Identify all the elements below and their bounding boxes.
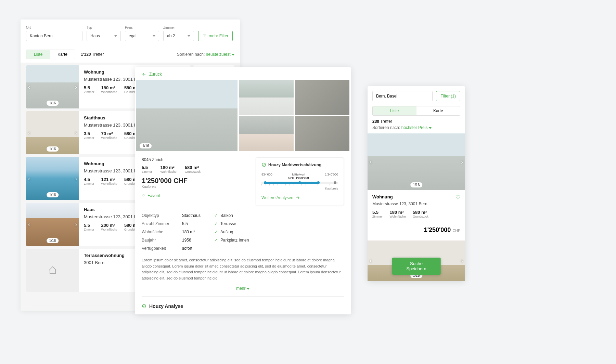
gallery-thumb[interactable] — [295, 116, 350, 151]
home-icon — [48, 265, 57, 275]
chevron-down-icon — [247, 288, 249, 290]
sort-control[interactable]: Sortieren nach: höchster Preis — [368, 125, 465, 133]
detail-price-sub: Kaufpreis — [142, 185, 249, 188]
detail-location: 8045 Zürich — [142, 157, 249, 162]
view-toggle: Liste Karte — [26, 50, 75, 59]
chevron-down-icon — [153, 35, 155, 37]
listing-image: ‹›1/16 — [26, 157, 79, 200]
detail-price: 1'250'000 CHF — [142, 177, 249, 185]
arrow-left-icon — [142, 72, 146, 77]
favorite-icon[interactable]: ♡ — [455, 194, 460, 201]
prev-image-icon[interactable]: ‹ — [28, 175, 30, 182]
chevron-down-icon — [232, 54, 234, 56]
shield-check-icon — [261, 162, 266, 167]
property-details: ObjekttypStadthaus Anzahl Zimmer5.5 Wohn… — [135, 211, 351, 252]
more-analyses-link[interactable]: Weitere Analysen — [261, 195, 338, 200]
description-text: Lorem ipsum dolor sit amet, consectetur … — [135, 252, 351, 284]
listing-address: Musterstrasse 123, 3001 Bern — [372, 202, 460, 206]
listing-image: ‹›1/16 — [26, 65, 79, 108]
listing-type: Wohnung — [372, 194, 460, 199]
tab-list[interactable]: Liste — [373, 106, 416, 115]
filter-ort-input[interactable]: Kanton Bern — [26, 31, 82, 41]
next-image-icon[interactable]: › — [75, 83, 77, 91]
listing-image: ‹›1/16 — [26, 111, 79, 154]
listing-image: ‹›1/16 — [26, 203, 79, 246]
gallery-thumb[interactable] — [239, 116, 294, 151]
filter-ort-label: Ort — [26, 26, 82, 29]
filter-preis-label: Preis — [125, 26, 159, 29]
next-image-icon[interactable]: › — [75, 221, 77, 228]
back-button[interactable]: Zurück — [135, 67, 351, 80]
valuation-chart: 934'000 MittelwertCHF 1'000'000 1'340'00… — [261, 173, 338, 192]
gallery-thumb[interactable] — [295, 80, 350, 115]
result-count: 230 Treffer — [368, 116, 465, 125]
gallery-main-image[interactable]: 1/16 — [136, 80, 238, 151]
prev-image-icon[interactable]: ‹ — [28, 83, 30, 91]
filter-typ-label: Typ — [87, 26, 121, 29]
listing-image: ‹›1/16 — [368, 133, 465, 190]
more-filter-button[interactable]: mehr Filter — [198, 31, 233, 41]
prev-image-icon[interactable]: ‹ — [370, 158, 372, 166]
next-image-icon[interactable]: › — [75, 129, 77, 136]
check-icon: ✓ — [214, 238, 218, 243]
prev-image-icon[interactable]: ‹ — [370, 257, 372, 264]
filter-zimmer-select[interactable]: ab 2 — [163, 31, 194, 41]
filter-typ-select[interactable]: Haus — [87, 31, 121, 41]
filter-zimmer-label: Zimmer — [163, 26, 194, 29]
prev-image-icon[interactable]: ‹ — [28, 221, 30, 228]
check-icon: ✓ — [214, 221, 218, 226]
result-count: 1'120 Treffer — [81, 52, 104, 57]
chevron-down-icon — [429, 127, 432, 129]
listing-image-placeholder — [26, 249, 79, 292]
heart-icon: ♡ — [142, 193, 145, 198]
sort-control[interactable]: Sortieren nach: neuste zuerst — [177, 52, 234, 57]
valuation-card: Houzy Marktwertschätzung 934'000 Mittelw… — [256, 157, 344, 205]
detail-stats: 5.5Zimmer 180 m²Wohnfläche 580 m²Grundst… — [142, 165, 249, 173]
expand-description-button[interactable]: mehr — [135, 284, 351, 293]
next-image-icon[interactable]: › — [461, 257, 463, 264]
filter-bar: Ort Kanton Bern Typ Haus Preis egal Zimm… — [21, 20, 240, 46]
listing-card[interactable]: ‹›1/16 ♡ Wohnung Musterstrasse 123, 3001… — [368, 133, 465, 240]
save-search-button[interactable]: Suche Speichern — [392, 258, 441, 275]
view-toggle: Liste Karte — [372, 106, 460, 116]
mobile-search-panel: Bern, Basel Filter (1) Liste Karte 230 T… — [368, 86, 465, 281]
filter-preis-select[interactable]: egal — [125, 31, 159, 41]
next-image-icon[interactable]: › — [461, 158, 463, 166]
tab-map[interactable]: Karte — [416, 106, 460, 115]
gallery-thumb[interactable] — [239, 80, 294, 115]
arrow-right-icon — [295, 195, 300, 200]
chevron-down-icon — [114, 35, 117, 37]
shield-check-icon — [142, 304, 146, 309]
check-icon: ✓ — [214, 213, 218, 218]
filter-icon — [203, 34, 207, 38]
divider — [142, 296, 344, 297]
valuation-title: Houzy Marktwertschätzung — [261, 162, 338, 167]
chevron-down-icon — [188, 35, 190, 37]
prev-image-icon[interactable]: ‹ — [28, 129, 30, 136]
analysis-heading: Houzy Analyse — [135, 300, 351, 314]
image-gallery: 1/16 — [135, 80, 351, 151]
tab-list[interactable]: Liste — [26, 50, 50, 59]
detail-panel: Zurück 1/16 8045 Zürich 5.5Zimmer 180 m²… — [135, 67, 351, 314]
favorite-button[interactable]: ♡Favorit — [142, 193, 249, 198]
next-image-icon[interactable]: › — [75, 175, 77, 182]
check-icon: ✓ — [214, 230, 218, 234]
toolbar: Liste Karte 1'120 Treffer Sortieren nach… — [21, 46, 240, 63]
tab-map[interactable]: Karte — [50, 50, 75, 59]
search-input[interactable]: Bern, Basel — [372, 91, 433, 101]
listing-price: 1'250'000 CHF — [368, 225, 465, 238]
filter-button[interactable]: Filter (1) — [436, 91, 460, 101]
